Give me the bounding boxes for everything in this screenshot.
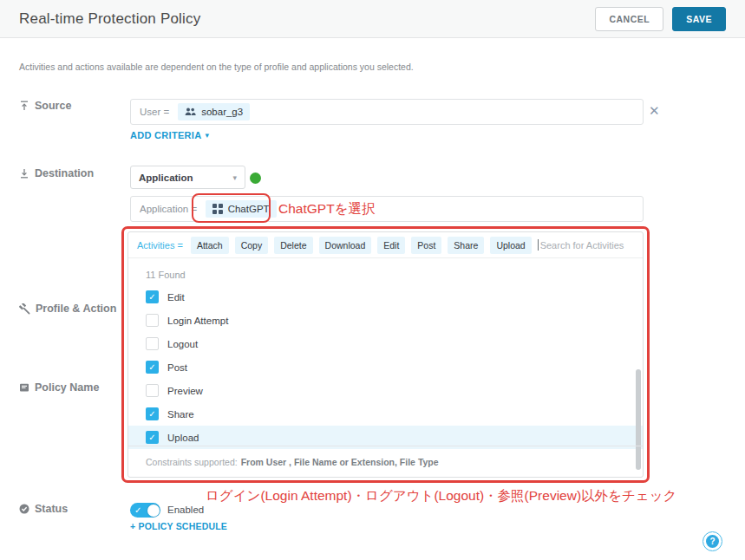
source-user-chip-label: sobar_g3	[201, 107, 243, 117]
found-count: 11 Found	[128, 258, 643, 285]
application-chip-chatgpt[interactable]: ChatGPT	[206, 200, 276, 218]
caret-down-icon: ▾	[205, 131, 209, 140]
constraints-label: Constraints supported:	[146, 457, 238, 467]
section-label-destination: Destination	[19, 167, 94, 179]
activities-search-wrap	[538, 239, 634, 251]
section-label: Profile & Action	[36, 303, 116, 315]
activity-row[interactable]: ✓Share	[128, 402, 643, 426]
add-criteria-link[interactable]: ADD CRITERIA ▾	[130, 130, 209, 140]
destination-type-value: Application	[139, 173, 193, 183]
header-buttons: CANCEL SAVE	[595, 7, 726, 31]
destination-type-dropdown[interactable]: Application ▾	[130, 166, 245, 189]
remove-source-criteria-button[interactable]: ✕	[649, 103, 660, 119]
activity-label: Post	[167, 362, 187, 373]
destination-application-box[interactable]: Application = ChatGPT	[130, 196, 644, 222]
chatgpt-annotation-text: ChatGPTを選択	[278, 200, 375, 218]
source-icon	[19, 101, 29, 111]
constraints-value: From User , File Name or Extension, File…	[241, 457, 439, 467]
activity-row[interactable]: ✓Edit	[128, 285, 643, 309]
cancel-button[interactable]: CANCEL	[595, 7, 663, 31]
checkbox-checked[interactable]: ✓	[146, 407, 159, 420]
section-label: Status	[35, 503, 68, 515]
intro-text: Activities and actions available are dep…	[19, 62, 414, 72]
realtime-protection-policy-page: Real-time Protection Policy CANCEL SAVE …	[0, 0, 745, 560]
source-criteria-box[interactable]: User = sobar_g3	[130, 99, 644, 125]
activity-chip[interactable]: Post	[411, 237, 441, 254]
activity-row[interactable]: Logout	[128, 332, 643, 355]
question-mark-icon: ?	[706, 535, 719, 548]
activity-label: Edit	[167, 292, 185, 303]
activity-chip[interactable]: Edit	[377, 237, 405, 254]
activity-chip[interactable]: Attach	[191, 237, 229, 254]
activity-chip[interactable]: Download	[319, 237, 372, 254]
gavel-icon	[19, 303, 30, 315]
users-icon	[185, 107, 196, 116]
source-user-chip[interactable]: sobar_g3	[178, 103, 250, 120]
activity-label: Logout	[167, 339, 198, 349]
section-label-profile-action: Profile & Action	[19, 303, 116, 315]
section-label-source: Source	[19, 100, 71, 112]
checkbox-checked[interactable]: ✓	[146, 361, 159, 374]
add-criteria-label: ADD CRITERIA	[130, 130, 201, 140]
page-header: Real-time Protection Policy CANCEL SAVE	[0, 0, 745, 38]
destination-icon	[19, 168, 29, 179]
activities-field-label: Activities =	[137, 240, 183, 251]
checkbox-unchecked[interactable]	[146, 314, 159, 327]
check-circle-icon	[19, 504, 29, 514]
activity-row[interactable]: Login Attempt	[128, 309, 643, 332]
section-label: Source	[35, 100, 71, 112]
green-dot-annotation	[250, 173, 261, 184]
activity-label: Preview	[167, 386, 203, 396]
source-field-label: User =	[140, 107, 169, 117]
checkbox-unchecked[interactable]	[146, 384, 159, 397]
activity-label: Login Attempt	[167, 316, 228, 326]
app-grid-icon	[212, 204, 223, 214]
section-label-status: Status	[19, 503, 68, 515]
policy-document-icon	[19, 382, 29, 393]
section-label: Policy Name	[35, 381, 99, 394]
activity-row[interactable]: Preview	[128, 379, 643, 402]
constraints-footer: Constraints supported: From User , File …	[128, 446, 643, 477]
checkbox-checked[interactable]: ✓	[146, 290, 159, 303]
checkbox-unchecked[interactable]	[146, 337, 159, 350]
exclusion-annotation-text: ログイン(Login Attempt)・ログアウト(Logout)・参照(Pre…	[206, 487, 676, 505]
save-button[interactable]: SAVE	[672, 7, 726, 31]
application-chip-label: ChatGPT	[228, 204, 270, 214]
activity-chip[interactable]: Share	[448, 237, 484, 254]
activities-header-row: Activities = Attach Copy Delete Download…	[128, 232, 643, 258]
section-label-policy-name: Policy Name	[19, 381, 99, 394]
toggle-check-icon: ✓	[134, 505, 141, 516]
policy-schedule-link[interactable]: + POLICY SCHEDULE	[130, 521, 227, 531]
activity-chip[interactable]: Delete	[274, 237, 312, 254]
status-enabled-toggle[interactable]: ✓	[130, 503, 160, 518]
activity-label: Share	[167, 409, 194, 420]
activity-chip[interactable]: Upload	[490, 237, 531, 254]
activity-label: Upload	[167, 433, 199, 443]
toggle-label: Enabled	[167, 505, 204, 515]
help-button[interactable]: ?	[703, 531, 722, 551]
activities-list: ✓EditLogin AttemptLogout✓PostPreview✓Sha…	[128, 285, 643, 449]
toggle-knob	[147, 505, 160, 517]
application-field-label: Application =	[140, 204, 197, 214]
chevron-down-icon: ▾	[232, 173, 237, 182]
section-label: Destination	[35, 167, 94, 179]
page-title: Real-time Protection Policy	[19, 10, 200, 28]
activities-panel: Activities = Attach Copy Delete Download…	[127, 231, 644, 478]
activities-list-area: 11 Found ✓EditLogin AttemptLogout✓PostPr…	[128, 258, 643, 447]
checkbox-checked[interactable]: ✓	[146, 431, 159, 444]
activity-row[interactable]: ✓Post	[128, 355, 643, 379]
activity-chip[interactable]: Copy	[235, 237, 269, 254]
activities-search-input[interactable]	[539, 240, 634, 251]
